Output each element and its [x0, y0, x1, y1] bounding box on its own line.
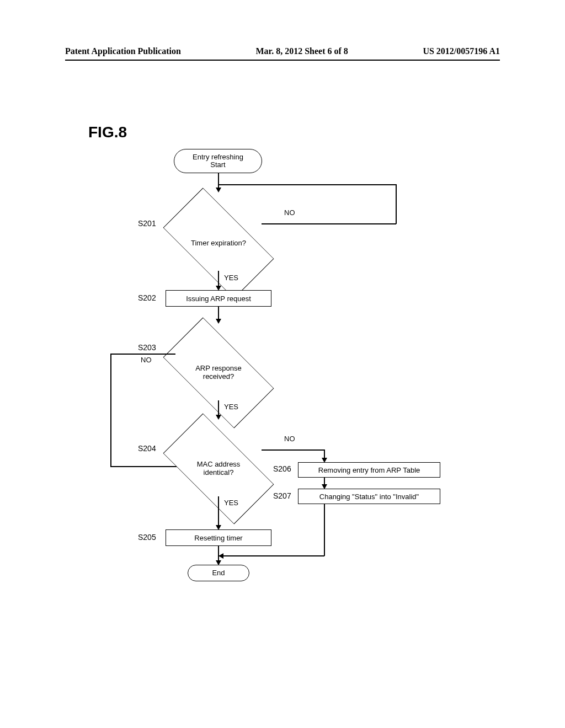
yes-label: YES [224, 499, 238, 507]
process-s207-text: Changing "Status" into "Invalid" [319, 493, 419, 501]
start-node: Entry refreshing Start [174, 149, 262, 173]
step-label-s202: S202 [138, 293, 156, 302]
flowline [324, 504, 325, 556]
arrow-left-icon [218, 553, 223, 559]
decision-s201-text: Timer expiration? [191, 239, 246, 248]
flowline [218, 555, 324, 556]
flowline [110, 354, 111, 467]
decision-s204-text: MAC addressidentical? [197, 461, 241, 477]
header-mid: Mar. 8, 2012 Sheet 6 of 8 [255, 46, 348, 56]
flowchart: Entry refreshing Start Timer expiration?… [55, 149, 513, 568]
process-s206-text: Removing entry from ARP Table [318, 466, 420, 474]
flowline [218, 496, 219, 528]
process-s205-text: Resetting timer [194, 534, 242, 542]
flowline [110, 354, 175, 355]
step-label-s201: S201 [138, 219, 156, 228]
figure-label: FIG.8 [88, 124, 127, 141]
header-right: US 2012/0057196 A1 [423, 46, 500, 56]
yes-label: YES [224, 274, 238, 282]
process-s202-text: Issuing ARP request [186, 295, 251, 303]
step-label-s207: S207 [273, 491, 291, 500]
process-s202: Issuing ARP request [166, 290, 271, 307]
header-rule [65, 60, 500, 61]
flowline [396, 184, 397, 224]
process-s207: Changing "Status" into "Invalid" [298, 489, 440, 504]
step-label-s204: S204 [138, 444, 156, 453]
no-label: NO [284, 435, 295, 443]
no-label: NO [284, 208, 295, 217]
yes-label: YES [224, 403, 238, 411]
flowline [262, 223, 396, 224]
step-label-s205: S205 [138, 533, 156, 542]
no-label: NO [141, 356, 152, 364]
step-label-s203: S203 [138, 343, 156, 352]
page-header: Patent Application Publication Mar. 8, 2… [65, 46, 500, 56]
flowline [262, 449, 324, 451]
header-left: Patent Application Publication [65, 46, 181, 56]
end-text: End [212, 569, 225, 577]
process-s206: Removing entry from ARP Table [298, 462, 440, 478]
decision-s203-text: ARP responsereceived? [195, 365, 242, 381]
end-node: End [188, 565, 249, 581]
start-line2: Start [210, 161, 225, 169]
start-line1: Entry refreshing [193, 153, 243, 161]
process-s205: Resetting timer [166, 529, 271, 546]
arrow-down-icon [216, 188, 221, 192]
flowline [218, 184, 396, 185]
step-label-s206: S206 [273, 464, 291, 473]
